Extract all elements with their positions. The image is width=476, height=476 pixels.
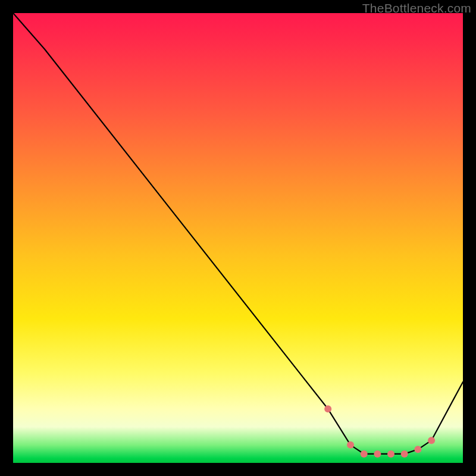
chart-frame: TheBottleneck.com xyxy=(0,0,476,476)
curve-marker xyxy=(361,450,368,458)
watermark-text: TheBottleneck.com xyxy=(362,1,471,15)
chart-plot-area xyxy=(13,13,463,463)
chart-svg xyxy=(13,13,463,463)
curve-marker xyxy=(401,450,408,458)
curve-path xyxy=(13,13,463,454)
curve-marker xyxy=(387,450,394,458)
curve-markers xyxy=(324,405,435,458)
curve-marker xyxy=(347,441,354,449)
curve-marker xyxy=(324,405,331,412)
curve-marker xyxy=(428,437,435,444)
curve-marker xyxy=(414,446,421,453)
curve-marker xyxy=(374,450,381,458)
